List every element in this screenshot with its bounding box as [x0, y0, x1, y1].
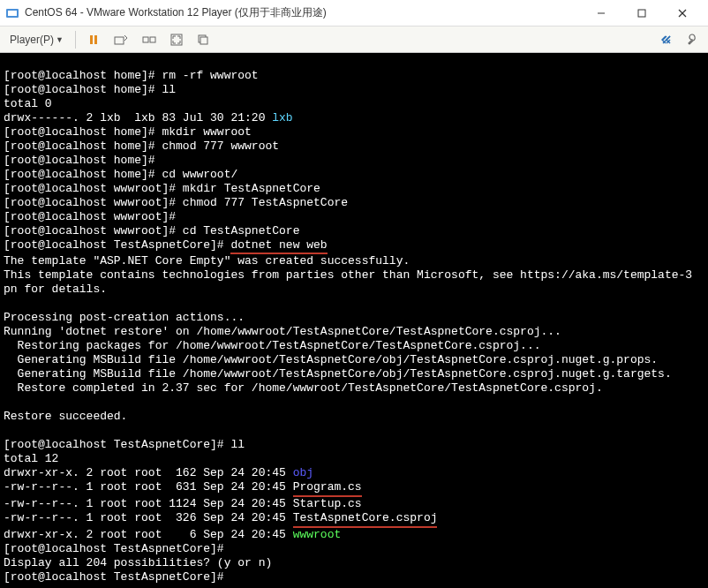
output-line: -rw-r--r--. 1 root root 631 Sep 24 20:45 — [4, 480, 293, 494]
cmd: rm -rf wwwroot — [162, 69, 258, 82]
prompt: [root@localhost home]# — [4, 168, 162, 181]
output-line: drwxr-xr-x. 2 root root 162 Sep 24 20:45 — [4, 466, 293, 479]
output-line: drwx------. 2 lxb lxb 83 Jul 30 21:20 — [4, 111, 272, 124]
toolbar-separator — [75, 31, 76, 49]
cycle-button[interactable] — [191, 30, 215, 49]
prompt: [root@localhost wwwroot]# — [4, 210, 183, 223]
cmd: chmod 777 wwwroot — [162, 139, 279, 153]
svg-rect-6 — [90, 35, 93, 44]
cmd: cd TestAspnetCore — [183, 224, 300, 237]
cmd: chmod 777 TestAspnetCore — [183, 196, 348, 209]
window-title: CentOS 64 - VMware Workstation 12 Player… — [25, 5, 581, 20]
svg-rect-9 — [143, 37, 148, 42]
app-icon — [5, 6, 19, 20]
output-line: -rw-r--r--. 1 root root 326 Sep 24 20:45 — [4, 511, 293, 524]
dir-name: lxb — [272, 111, 292, 124]
prompt: [root@localhost TestAspnetCore]# — [4, 438, 230, 451]
player-menu-button[interactable]: Player(P) ▼ — [4, 30, 70, 49]
highlighted-file: Program.cs — [293, 480, 362, 497]
close-button[interactable] — [662, 0, 703, 26]
cmd: ll — [162, 83, 176, 96]
dir-name: obj — [293, 466, 313, 479]
terminal-output[interactable]: [root@localhost home]# rm -rf wwwroot [r… — [0, 53, 708, 588]
svg-rect-1 — [8, 11, 17, 16]
output-line: total 12 — [4, 452, 58, 465]
cmd: mkdir wwwroot — [162, 125, 251, 139]
output-line: This template contains technologies from… — [4, 268, 692, 282]
fullscreen-button[interactable] — [164, 30, 189, 49]
cmd: mkdir TestAspnetCore — [183, 182, 320, 195]
prompt: [root@localhost home]# — [4, 125, 162, 139]
prompt: [root@localhost wwwroot]# — [4, 196, 183, 209]
cmd: cd wwwroot/ — [162, 168, 237, 181]
send-ctrl-alt-del-button[interactable] — [108, 30, 134, 49]
svg-rect-10 — [150, 37, 155, 42]
prompt: [root@localhost home]# — [4, 139, 162, 153]
output-line: Restore succeeded. — [4, 410, 127, 423]
unity-button[interactable] — [136, 30, 162, 49]
output-line: Generating MSBuild file /home/wwwroot/Te… — [4, 367, 672, 381]
highlighted-cmd: dotnet new web — [230, 238, 327, 254]
window-titlebar: CentOS 64 - VMware Workstation 12 Player… — [0, 0, 708, 26]
collapse-button[interactable] — [655, 31, 678, 49]
svg-rect-8 — [115, 37, 124, 44]
prompt: [root@localhost home]# — [4, 69, 162, 82]
output-line: drwxr-xr-x. 2 root root 6 Sep 24 20:45 — [4, 528, 293, 541]
output-line: total 0 — [4, 97, 52, 110]
highlighted-file: TestAspnetCore.csproj — [293, 511, 438, 528]
cmd: ll — [230, 438, 245, 451]
dir-name: wwwroot — [293, 528, 342, 541]
output-line: The template "ASP.NET Core Empty" was cr… — [4, 254, 410, 268]
prompt: [root@localhost wwwroot]# — [4, 224, 183, 237]
output-line: pn for details. — [4, 283, 107, 296]
output-line: Restoring packages for /home/wwwroot/Tes… — [4, 339, 541, 352]
prompt: [root@localhost home]# — [4, 154, 162, 167]
tools-button[interactable] — [680, 30, 704, 49]
minimize-button[interactable] — [581, 0, 621, 26]
pause-button[interactable] — [81, 30, 106, 49]
output-line: Display all 204 possibilities? (y or n) — [4, 556, 272, 569]
output-line: -rw-r--r--. 1 root root 1124 Sep 24 20:4… — [4, 497, 362, 510]
dropdown-caret-icon: ▼ — [56, 35, 64, 44]
output-line: Restore completed in 2.37 sec for /home/… — [4, 381, 603, 395]
output-line: Generating MSBuild file /home/wwwroot/Te… — [4, 353, 658, 366]
prompt: [root@localhost home]# — [4, 83, 162, 96]
output-line: Running 'dotnet restore' on /home/wwwroo… — [4, 325, 561, 338]
player-menu-label: Player(P) — [10, 34, 54, 46]
prompt: [root@localhost TestAspnetCore]# — [4, 238, 230, 252]
maximize-button[interactable] — [621, 0, 662, 26]
svg-rect-7 — [94, 35, 97, 44]
svg-rect-13 — [200, 37, 207, 44]
prompt: [root@localhost wwwroot]# — [4, 182, 183, 195]
toolbar: Player(P) ▼ — [0, 26, 708, 53]
svg-rect-3 — [638, 10, 645, 17]
prompt: [root@localhost TestAspnetCore]# — [4, 570, 230, 584]
prompt: [root@localhost TestAspnetCore]# — [4, 542, 230, 555]
output-line: Processing post-creation actions... — [4, 311, 245, 324]
